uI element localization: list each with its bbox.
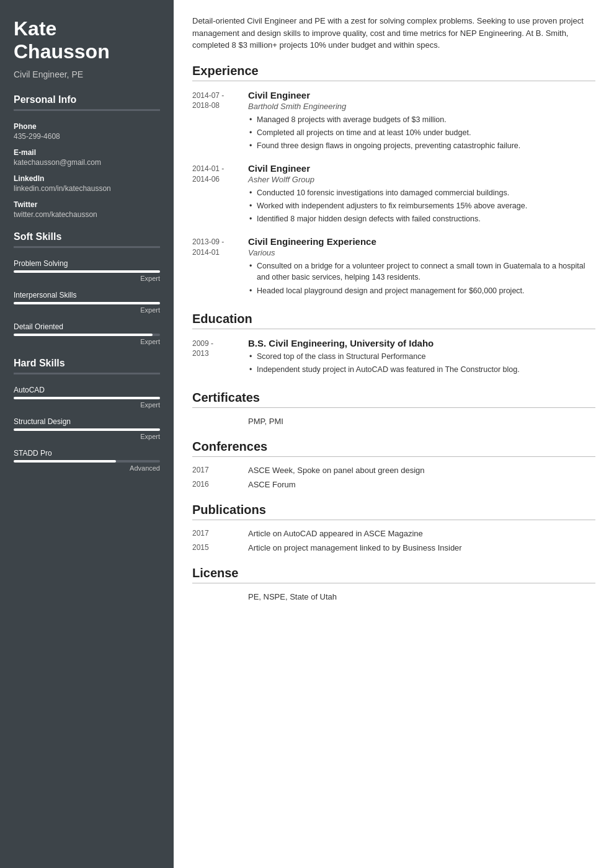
- education-heading: Education: [192, 312, 595, 329]
- license-heading: License: [192, 566, 595, 583]
- twitter-value: twitter.com/katechausson: [14, 210, 160, 219]
- exp3-title: Civil Engineering Experience: [248, 236, 595, 247]
- hard-skill-structural-design: Structural Design Expert: [14, 417, 160, 440]
- pub1-text: Article on AutoCAD appeared in ASCE Maga…: [248, 529, 423, 538]
- candidate-name: Kate Chausson: [14, 17, 160, 63]
- exp2-company: Asher Wolff Group: [248, 175, 595, 184]
- education-entry-1: 2009 -2013 B.S. Civil Engineering, Unive…: [192, 338, 595, 377]
- sidebar: Kate Chausson Civil Engineer, PE Persona…: [0, 0, 174, 868]
- publication-entry-2: 2015 Article on project management linke…: [192, 543, 595, 552]
- list-item: Worked with independent adjusters to fix…: [248, 200, 595, 211]
- list-item: Consulted on a bridge for a volunteer pr…: [248, 260, 595, 283]
- phone-value: 435-299-4608: [14, 132, 160, 141]
- linkedin-value: linkedin.com/in/katechausson: [14, 184, 160, 193]
- list-item: Completed all projects on time and at le…: [248, 127, 595, 138]
- hard-skill-autocad: AutoCAD Expert: [14, 386, 160, 409]
- exp2-bullets: Conducted 10 forensic investigations int…: [248, 187, 595, 224]
- contact-email: E-mail katechausson@gmail.com: [14, 148, 160, 167]
- experience-entry-1: 2014-07 -2018-08 Civil Engineer Barthold…: [192, 90, 595, 153]
- license-section: License PE, NSPE, State of Utah: [192, 566, 595, 601]
- exp1-company: Barthold Smith Engineering: [248, 102, 595, 111]
- email-label: E-mail: [14, 148, 160, 157]
- edu1-content: B.S. Civil Engineering, University of Id…: [248, 338, 595, 377]
- publications-section: Publications 2017 Article on AutoCAD app…: [192, 503, 595, 552]
- exp2-title: Civil Engineer: [248, 163, 595, 174]
- candidate-job-title: Civil Engineer, PE: [14, 69, 160, 79]
- contact-list: Phone 435-299-4608 E-mail katechausson@g…: [14, 122, 160, 219]
- exp3-company: Various: [248, 248, 595, 257]
- conf2-year: 2016: [192, 480, 248, 489]
- list-item: Identified 8 major hidden design defects…: [248, 213, 595, 224]
- summary-text: Detail-oriented Civil Engineer and PE wi…: [192, 15, 595, 51]
- list-item: Independent study project in AutoCAD was…: [248, 364, 595, 375]
- list-item: Headed local playground design and proje…: [248, 285, 595, 296]
- main-content: Detail-oriented Civil Engineer and PE wi…: [174, 0, 614, 868]
- email-value: katechausson@gmail.com: [14, 158, 160, 167]
- publication-entry-1: 2017 Article on AutoCAD appeared in ASCE…: [192, 529, 595, 538]
- conference-entry-2: 2016 ASCE Forum: [192, 480, 595, 489]
- publications-heading: Publications: [192, 503, 595, 520]
- exp2-content: Civil Engineer Asher Wolff Group Conduct…: [248, 163, 595, 226]
- exp2-date: 2014-01 -2014-06: [192, 163, 248, 226]
- certificates-value: PMP, PMI: [248, 417, 595, 426]
- exp3-date: 2013-09 -2014-01: [192, 236, 248, 298]
- experience-entry-3: 2013-09 -2014-01 Civil Engineering Exper…: [192, 236, 595, 298]
- pub1-year: 2017: [192, 529, 248, 538]
- exp1-bullets: Managed 8 projects with average budgets …: [248, 114, 595, 151]
- list-item: Conducted 10 forensic investigations int…: [248, 187, 595, 198]
- twitter-label: Twitter: [14, 200, 160, 209]
- conf2-text: ASCE Forum: [248, 480, 296, 489]
- name-line2: Chausson: [14, 40, 110, 63]
- license-value: PE, NSPE, State of Utah: [248, 592, 595, 601]
- exp1-content: Civil Engineer Barthold Smith Engineerin…: [248, 90, 595, 153]
- hard-skill-stadd-pro: STADD Pro Advanced: [14, 449, 160, 472]
- experience-section: Experience 2014-07 -2018-08 Civil Engine…: [192, 64, 595, 298]
- soft-skill-detail-oriented: Detail Oriented Expert: [14, 322, 160, 345]
- name-line1: Kate: [14, 17, 56, 40]
- education-section: Education 2009 -2013 B.S. Civil Engineer…: [192, 312, 595, 377]
- experience-heading: Experience: [192, 64, 595, 81]
- conf1-year: 2017: [192, 466, 248, 475]
- soft-skill-interpersonal: Interpersonal Skills Expert: [14, 291, 160, 314]
- contact-twitter: Twitter twitter.com/katechausson: [14, 200, 160, 219]
- hard-skills-heading: Hard Skills: [14, 358, 160, 378]
- conf1-text: ASCE Week, Spoke on panel about green de…: [248, 466, 425, 475]
- list-item: Managed 8 projects with average budgets …: [248, 114, 595, 125]
- exp3-bullets: Consulted on a bridge for a volunteer pr…: [248, 260, 595, 296]
- phone-label: Phone: [14, 122, 160, 131]
- exp1-date: 2014-07 -2018-08: [192, 90, 248, 153]
- certificates-heading: Certificates: [192, 391, 595, 408]
- edu1-bullets: Scored top of the class in Structural Pe…: [248, 351, 595, 375]
- conferences-heading: Conferences: [192, 440, 595, 457]
- edu1-date: 2009 -2013: [192, 338, 248, 377]
- experience-entry-2: 2014-01 -2014-06 Civil Engineer Asher Wo…: [192, 163, 595, 226]
- contact-linkedin: LinkedIn linkedin.com/in/katechausson: [14, 174, 160, 193]
- exp1-title: Civil Engineer: [248, 90, 595, 100]
- conferences-section: Conferences 2017 ASCE Week, Spoke on pan…: [192, 440, 595, 489]
- list-item: Scored top of the class in Structural Pe…: [248, 351, 595, 362]
- soft-skills-list: Problem Solving Expert Interpersonal Ski…: [14, 259, 160, 345]
- exp3-content: Civil Engineering Experience Various Con…: [248, 236, 595, 298]
- conference-entry-1: 2017 ASCE Week, Spoke on panel about gre…: [192, 466, 595, 475]
- personal-info-heading: Personal Info: [14, 94, 160, 115]
- pub2-text: Article on project management linked to …: [248, 543, 462, 552]
- contact-phone: Phone 435-299-4608: [14, 122, 160, 141]
- soft-skill-problem-solving: Problem Solving Expert: [14, 259, 160, 282]
- linkedin-label: LinkedIn: [14, 174, 160, 183]
- list-item: Found three design flaws in ongoing proj…: [248, 140, 595, 151]
- edu1-degree: B.S. Civil Engineering, University of Id…: [248, 338, 595, 348]
- certificates-section: Certificates PMP, PMI: [192, 391, 595, 426]
- soft-skills-heading: Soft Skills: [14, 231, 160, 252]
- pub2-year: 2015: [192, 543, 248, 552]
- hard-skills-list: AutoCAD Expert Structural Design Expert …: [14, 386, 160, 472]
